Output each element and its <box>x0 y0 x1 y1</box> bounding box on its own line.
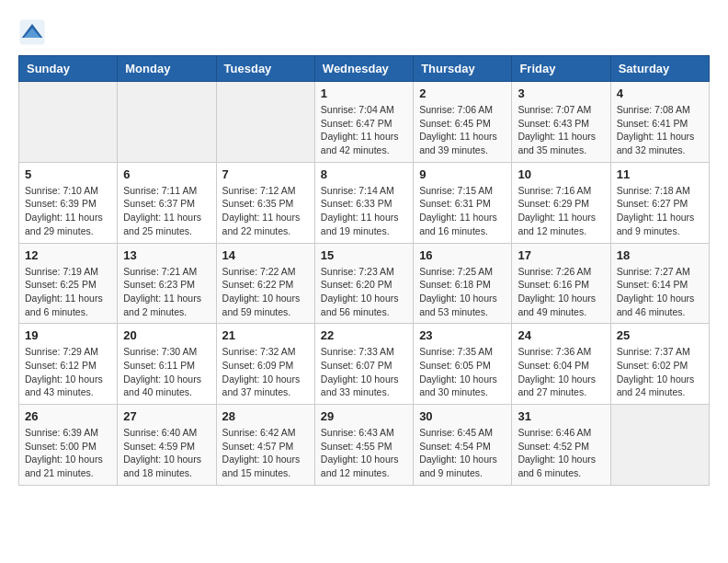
day-number: 30 <box>419 409 506 423</box>
day-detail: Sunrise: 7:21 AM Sunset: 6:23 PM Dayligh… <box>123 265 210 319</box>
day-header-thursday: Thursday <box>414 56 512 82</box>
calendar-cell: 13Sunrise: 7:21 AM Sunset: 6:23 PM Dayli… <box>118 243 216 324</box>
day-number: 20 <box>123 328 210 342</box>
day-number: 18 <box>617 248 703 262</box>
day-detail: Sunrise: 7:12 AM Sunset: 6:35 PM Dayligh… <box>222 184 309 238</box>
calendar-table: SundayMondayTuesdayWednesdayThursdayFrid… <box>18 55 710 486</box>
day-detail: Sunrise: 7:23 AM Sunset: 6:20 PM Dayligh… <box>321 265 407 319</box>
calendar-cell: 29Sunrise: 6:43 AM Sunset: 4:55 PM Dayli… <box>314 405 413 486</box>
day-detail: Sunrise: 7:18 AM Sunset: 6:27 PM Dayligh… <box>617 184 703 238</box>
day-number: 19 <box>25 328 111 342</box>
day-detail: Sunrise: 7:08 AM Sunset: 6:41 PM Dayligh… <box>617 103 703 157</box>
calendar-cell <box>19 82 118 163</box>
calendar-cell: 4Sunrise: 7:08 AM Sunset: 6:41 PM Daylig… <box>610 82 709 163</box>
calendar-cell: 22Sunrise: 7:33 AM Sunset: 6:07 PM Dayli… <box>314 324 413 405</box>
day-number: 1 <box>321 86 407 100</box>
day-number: 31 <box>518 409 604 423</box>
day-number: 4 <box>617 86 703 100</box>
calendar-cell: 30Sunrise: 6:45 AM Sunset: 4:54 PM Dayli… <box>414 405 512 486</box>
calendar-week-row: 1Sunrise: 7:04 AM Sunset: 6:47 PM Daylig… <box>19 82 710 163</box>
calendar-cell: 10Sunrise: 7:16 AM Sunset: 6:29 PM Dayli… <box>512 162 610 243</box>
logo <box>18 18 50 46</box>
calendar-cell: 5Sunrise: 7:10 AM Sunset: 6:39 PM Daylig… <box>19 162 118 243</box>
day-detail: Sunrise: 7:29 AM Sunset: 6:12 PM Dayligh… <box>25 345 111 399</box>
calendar-cell: 3Sunrise: 7:07 AM Sunset: 6:43 PM Daylig… <box>512 82 610 163</box>
day-number: 14 <box>222 248 309 262</box>
day-detail: Sunrise: 6:46 AM Sunset: 4:52 PM Dayligh… <box>518 426 604 480</box>
day-detail: Sunrise: 7:10 AM Sunset: 6:39 PM Dayligh… <box>25 184 111 238</box>
day-number: 11 <box>617 167 703 181</box>
calendar-cell: 23Sunrise: 7:35 AM Sunset: 6:05 PM Dayli… <box>414 324 512 405</box>
day-detail: Sunrise: 7:07 AM Sunset: 6:43 PM Dayligh… <box>518 103 604 157</box>
day-detail: Sunrise: 6:39 AM Sunset: 5:00 PM Dayligh… <box>25 426 111 480</box>
day-number: 13 <box>123 248 210 262</box>
calendar-cell: 15Sunrise: 7:23 AM Sunset: 6:20 PM Dayli… <box>314 243 413 324</box>
day-number: 8 <box>321 167 407 181</box>
calendar-cell: 12Sunrise: 7:19 AM Sunset: 6:25 PM Dayli… <box>19 243 118 324</box>
day-detail: Sunrise: 7:26 AM Sunset: 6:16 PM Dayligh… <box>518 265 604 319</box>
calendar-week-row: 26Sunrise: 6:39 AM Sunset: 5:00 PM Dayli… <box>19 405 710 486</box>
day-detail: Sunrise: 7:06 AM Sunset: 6:45 PM Dayligh… <box>419 103 506 157</box>
calendar-cell: 6Sunrise: 7:11 AM Sunset: 6:37 PM Daylig… <box>118 162 216 243</box>
day-number: 2 <box>419 86 506 100</box>
calendar-week-row: 19Sunrise: 7:29 AM Sunset: 6:12 PM Dayli… <box>19 324 710 405</box>
calendar-cell: 11Sunrise: 7:18 AM Sunset: 6:27 PM Dayli… <box>610 162 709 243</box>
calendar-cell: 2Sunrise: 7:06 AM Sunset: 6:45 PM Daylig… <box>414 82 512 163</box>
logo-icon <box>18 18 46 46</box>
day-detail: Sunrise: 7:19 AM Sunset: 6:25 PM Dayligh… <box>25 265 111 319</box>
calendar-cell: 18Sunrise: 7:27 AM Sunset: 6:14 PM Dayli… <box>610 243 709 324</box>
calendar-week-row: 12Sunrise: 7:19 AM Sunset: 6:25 PM Dayli… <box>19 243 710 324</box>
calendar-cell: 25Sunrise: 7:37 AM Sunset: 6:02 PM Dayli… <box>610 324 709 405</box>
day-number: 22 <box>321 328 407 342</box>
calendar-cell: 28Sunrise: 6:42 AM Sunset: 4:57 PM Dayli… <box>216 405 314 486</box>
day-number: 24 <box>518 328 604 342</box>
calendar-cell: 24Sunrise: 7:36 AM Sunset: 6:04 PM Dayli… <box>512 324 610 405</box>
day-detail: Sunrise: 6:42 AM Sunset: 4:57 PM Dayligh… <box>222 426 309 480</box>
day-header-friday: Friday <box>512 56 610 82</box>
day-detail: Sunrise: 7:30 AM Sunset: 6:11 PM Dayligh… <box>123 345 210 399</box>
day-number: 17 <box>518 248 604 262</box>
day-detail: Sunrise: 7:11 AM Sunset: 6:37 PM Dayligh… <box>123 184 210 238</box>
day-detail: Sunrise: 7:04 AM Sunset: 6:47 PM Dayligh… <box>321 103 407 157</box>
day-header-sunday: Sunday <box>19 56 118 82</box>
day-number: 6 <box>123 167 210 181</box>
day-header-tuesday: Tuesday <box>216 56 314 82</box>
calendar-header-row: SundayMondayTuesdayWednesdayThursdayFrid… <box>19 56 710 82</box>
calendar-cell: 8Sunrise: 7:14 AM Sunset: 6:33 PM Daylig… <box>314 162 413 243</box>
calendar-cell <box>610 405 709 486</box>
day-detail: Sunrise: 7:33 AM Sunset: 6:07 PM Dayligh… <box>321 345 407 399</box>
day-header-saturday: Saturday <box>610 56 709 82</box>
calendar-cell: 19Sunrise: 7:29 AM Sunset: 6:12 PM Dayli… <box>19 324 118 405</box>
calendar-cell <box>216 82 314 163</box>
day-header-wednesday: Wednesday <box>314 56 413 82</box>
day-number: 5 <box>25 167 111 181</box>
day-detail: Sunrise: 7:25 AM Sunset: 6:18 PM Dayligh… <box>419 265 506 319</box>
day-number: 9 <box>419 167 506 181</box>
calendar-week-row: 5Sunrise: 7:10 AM Sunset: 6:39 PM Daylig… <box>19 162 710 243</box>
calendar-cell: 21Sunrise: 7:32 AM Sunset: 6:09 PM Dayli… <box>216 324 314 405</box>
calendar-cell: 27Sunrise: 6:40 AM Sunset: 4:59 PM Dayli… <box>118 405 216 486</box>
day-number: 27 <box>123 409 210 423</box>
day-detail: Sunrise: 7:27 AM Sunset: 6:14 PM Dayligh… <box>617 265 703 319</box>
day-detail: Sunrise: 7:35 AM Sunset: 6:05 PM Dayligh… <box>419 345 506 399</box>
calendar-cell: 1Sunrise: 7:04 AM Sunset: 6:47 PM Daylig… <box>314 82 413 163</box>
calendar-cell: 17Sunrise: 7:26 AM Sunset: 6:16 PM Dayli… <box>512 243 610 324</box>
day-detail: Sunrise: 7:22 AM Sunset: 6:22 PM Dayligh… <box>222 265 309 319</box>
page-header <box>18 18 710 46</box>
day-number: 15 <box>321 248 407 262</box>
calendar-cell: 31Sunrise: 6:46 AM Sunset: 4:52 PM Dayli… <box>512 405 610 486</box>
day-detail: Sunrise: 7:15 AM Sunset: 6:31 PM Dayligh… <box>419 184 506 238</box>
day-number: 10 <box>518 167 604 181</box>
day-number: 23 <box>419 328 506 342</box>
day-detail: Sunrise: 6:43 AM Sunset: 4:55 PM Dayligh… <box>321 426 407 480</box>
calendar-cell <box>118 82 216 163</box>
day-detail: Sunrise: 7:32 AM Sunset: 6:09 PM Dayligh… <box>222 345 309 399</box>
day-number: 26 <box>25 409 111 423</box>
day-number: 7 <box>222 167 309 181</box>
day-number: 12 <box>25 248 111 262</box>
day-detail: Sunrise: 7:36 AM Sunset: 6:04 PM Dayligh… <box>518 345 604 399</box>
day-detail: Sunrise: 7:37 AM Sunset: 6:02 PM Dayligh… <box>617 345 703 399</box>
day-number: 25 <box>617 328 703 342</box>
day-detail: Sunrise: 7:16 AM Sunset: 6:29 PM Dayligh… <box>518 184 604 238</box>
day-number: 3 <box>518 86 604 100</box>
